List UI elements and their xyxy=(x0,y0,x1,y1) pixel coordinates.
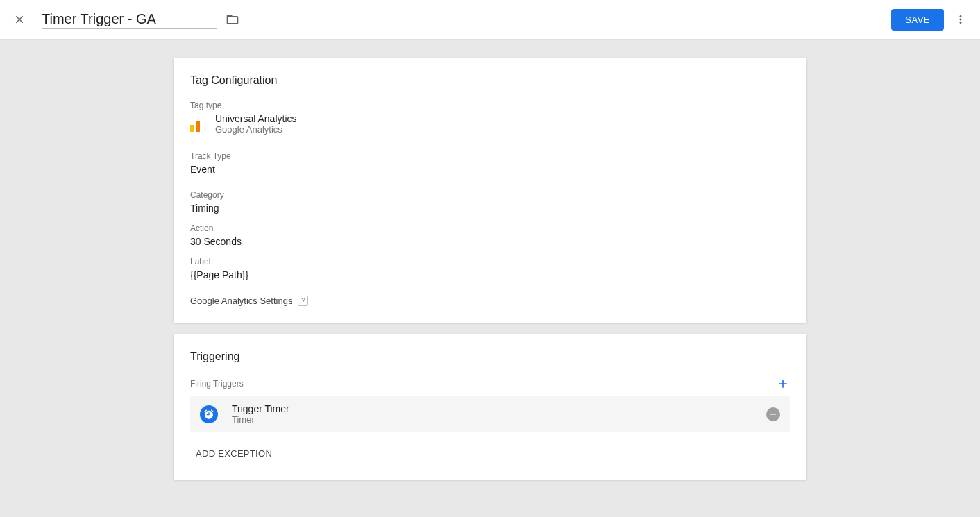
add-trigger-icon[interactable] xyxy=(776,377,790,391)
triggering-title: Triggering xyxy=(190,350,790,363)
save-button[interactable]: SAVE xyxy=(891,9,944,31)
help-icon[interactable]: ? xyxy=(298,296,308,306)
ga-settings-label: Google Analytics Settings xyxy=(190,296,292,306)
triggering-card: Triggering Firing Triggers Trigger Timer… xyxy=(174,334,806,480)
tag-type-name: Universal Analytics xyxy=(215,113,297,124)
ga-settings-row: Google Analytics Settings ? xyxy=(190,296,790,306)
action-label: Action xyxy=(190,223,790,233)
track-type-label: Track Type xyxy=(190,151,790,161)
timer-icon xyxy=(200,405,218,423)
track-type-value: Event xyxy=(190,164,790,175)
more-menu-icon[interactable] xyxy=(952,11,969,28)
trigger-row[interactable]: Trigger Timer Timer xyxy=(190,396,790,432)
close-icon[interactable] xyxy=(11,11,28,28)
trigger-type: Timer xyxy=(232,414,766,425)
category-value: Timing xyxy=(190,203,790,214)
tag-type-row: Universal Analytics Google Analytics xyxy=(190,113,790,135)
tag-config-title: Tag Configuration xyxy=(190,74,790,87)
folder-icon[interactable] xyxy=(226,12,239,26)
google-analytics-icon xyxy=(190,117,205,132)
add-exception-button[interactable]: ADD EXCEPTION xyxy=(190,444,790,463)
header-bar: SAVE xyxy=(0,0,980,40)
label-value: {{Page Path}} xyxy=(190,269,790,280)
category-label: Category xyxy=(190,190,790,200)
tag-name-input[interactable] xyxy=(42,10,217,29)
tag-type-label: Tag type xyxy=(190,101,790,110)
action-value: 30 Seconds xyxy=(190,236,790,247)
tag-type-sub: Google Analytics xyxy=(215,124,297,135)
firing-triggers-label: Firing Triggers xyxy=(190,379,244,389)
label-label: Label xyxy=(190,257,790,266)
tag-configuration-card[interactable]: Tag Configuration Tag type Universal Ana… xyxy=(174,58,806,323)
remove-trigger-icon[interactable] xyxy=(766,407,780,421)
trigger-name: Trigger Timer xyxy=(232,403,766,414)
